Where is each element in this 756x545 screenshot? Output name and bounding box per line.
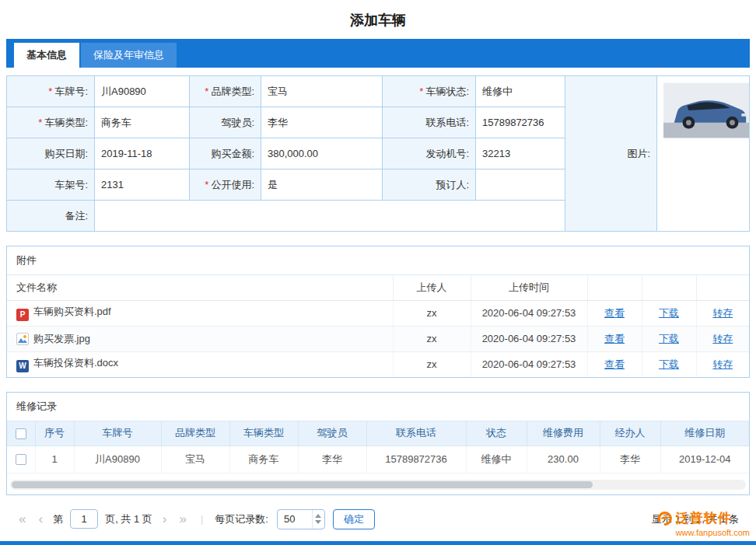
form-field-label: 预订人: bbox=[383, 169, 476, 201]
file-name-cell: P车辆购买资料.pdf bbox=[7, 300, 393, 326]
form-field-label: *车辆状态: bbox=[383, 76, 476, 107]
pager-divider: | bbox=[201, 513, 203, 525]
attachment-row: W车辆投保资料.docx zx 2020-06-04 09:27:53 查看 下… bbox=[7, 351, 749, 377]
vehicle-type-value: 商务车 bbox=[95, 107, 190, 138]
maintenance-section: 维修记录 序号 车牌号 品牌类型 车辆类型 驾驶员 联系电话 状态 维修费用 bbox=[6, 392, 750, 495]
download-link[interactable]: 下载 bbox=[659, 333, 679, 344]
col-vehicle-type: 车辆类型 bbox=[229, 421, 298, 445]
spinner-up-icon[interactable] bbox=[315, 514, 321, 518]
image-field-label: 图片: bbox=[565, 76, 657, 232]
horizontal-scrollbar bbox=[10, 480, 746, 490]
tab-bar: 基本信息 保险及年审信息 bbox=[6, 39, 750, 68]
next-page-button[interactable]: › bbox=[156, 512, 173, 527]
prev-page-button[interactable]: ‹ bbox=[32, 512, 49, 527]
brand-type-value: 宝马 bbox=[261, 76, 383, 107]
col-action bbox=[587, 275, 642, 300]
per-page-value: 50 bbox=[278, 513, 312, 525]
archive-link[interactable]: 转存 bbox=[712, 307, 733, 319]
vehicle-type-cell: 商务车 bbox=[229, 445, 298, 473]
download-link[interactable]: 下载 bbox=[659, 358, 679, 370]
col-seq: 序号 bbox=[35, 421, 74, 445]
maintenance-row: 1 川A90890 宝马 商务车 李华 15789872736 维修中 230.… bbox=[7, 445, 749, 473]
scrollbar-thumb[interactable] bbox=[12, 481, 593, 488]
tab-insurance-annual-info[interactable]: 保险及年审信息 bbox=[81, 43, 177, 68]
uploader-cell: zx bbox=[393, 326, 471, 351]
download-link[interactable]: 下载 bbox=[659, 307, 679, 319]
archive-link[interactable]: 转存 bbox=[712, 333, 733, 344]
view-link[interactable]: 查看 bbox=[604, 358, 625, 370]
attachments-section: 附件 文件名称 上传人 上传时间 P车辆购买资料.pdf zx bbox=[6, 246, 750, 378]
spinner-down-icon[interactable] bbox=[315, 520, 321, 524]
plate-number-value: 川A90890 bbox=[95, 76, 190, 107]
spinner-arrows-icon[interactable] bbox=[312, 510, 324, 529]
form-field-label: *品牌类型: bbox=[190, 76, 261, 107]
reserver-value bbox=[476, 169, 565, 201]
col-handler: 经办人 bbox=[600, 421, 660, 445]
col-repair-date: 维修日期 bbox=[660, 421, 749, 445]
repair-date-cell: 2019-12-04 bbox=[660, 445, 749, 473]
row-checkbox[interactable] bbox=[16, 454, 26, 465]
attachments-title: 附件 bbox=[7, 246, 749, 275]
maintenance-title: 维修记录 bbox=[7, 393, 749, 421]
last-page-button[interactable]: » bbox=[173, 512, 193, 527]
plate-number-cell: 川A90890 bbox=[74, 445, 161, 473]
view-link[interactable]: 查看 bbox=[604, 333, 625, 344]
phone-value: 15789872736 bbox=[476, 107, 565, 138]
word-file-icon: W bbox=[16, 360, 29, 372]
first-page-button[interactable]: « bbox=[12, 512, 32, 527]
seq-cell: 1 bbox=[35, 445, 74, 473]
phone-cell: 15789872736 bbox=[366, 445, 466, 473]
confirm-button[interactable]: 确定 bbox=[333, 509, 375, 529]
uploader-cell: zx bbox=[393, 300, 471, 326]
form-row: *车牌号: 川A90890 *品牌类型: 宝马 *车辆状态: 维修中 图片: bbox=[7, 76, 750, 107]
brand-type-cell: 宝马 bbox=[161, 445, 229, 473]
col-file-name: 文件名称 bbox=[7, 275, 393, 300]
col-repair-cost: 维修费用 bbox=[527, 421, 600, 445]
tab-basic-info[interactable]: 基本信息 bbox=[14, 43, 79, 68]
form-field-label: *公开使用: bbox=[190, 169, 261, 201]
view-link[interactable]: 查看 bbox=[604, 307, 625, 319]
record-summary: 显示 1 到 1, 共 1 条 bbox=[652, 512, 750, 526]
col-phone: 联系电话 bbox=[366, 421, 466, 445]
required-marker: * bbox=[205, 86, 208, 97]
col-plate-number: 车牌号 bbox=[74, 421, 161, 445]
page-title: 添加车辆 bbox=[0, 0, 756, 39]
archive-link[interactable]: 转存 bbox=[712, 358, 733, 370]
col-brand-type: 品牌类型 bbox=[161, 421, 229, 445]
vehicle-photo bbox=[663, 82, 750, 138]
form-field-label: 备注: bbox=[7, 201, 95, 232]
col-driver: 驾驶员 bbox=[298, 421, 366, 445]
purchase-amount-value: 380,000.00 bbox=[261, 138, 383, 169]
form-field-label: 联系电话: bbox=[383, 107, 476, 138]
col-uploader: 上传人 bbox=[393, 275, 471, 300]
col-upload-time: 上传时间 bbox=[471, 275, 587, 300]
vehicle-photo-cell bbox=[657, 76, 750, 232]
select-all-checkbox[interactable] bbox=[16, 428, 26, 439]
col-action bbox=[696, 275, 749, 300]
remark-value bbox=[95, 201, 565, 232]
per-page-select[interactable]: 50 bbox=[277, 509, 325, 529]
handler-cell: 李华 bbox=[600, 445, 660, 473]
col-action bbox=[642, 275, 696, 300]
vehicle-status-value: 维修中 bbox=[476, 76, 565, 107]
page-number-input[interactable] bbox=[70, 509, 98, 529]
file-name-cell: W车辆投保资料.docx bbox=[7, 351, 393, 377]
pdf-file-icon: P bbox=[16, 309, 29, 321]
engine-number-value: 32213 bbox=[476, 138, 565, 169]
form-field-label: 购买日期: bbox=[7, 138, 95, 169]
required-marker: * bbox=[48, 86, 52, 97]
public-use-value: 是 bbox=[261, 169, 383, 201]
maintenance-header-row: 序号 车牌号 品牌类型 车辆类型 驾驶员 联系电话 状态 维修费用 经办人 维修… bbox=[7, 421, 749, 445]
purchase-date-value: 2019-11-18 bbox=[95, 138, 190, 169]
status-cell: 维修中 bbox=[466, 445, 527, 473]
form-field-label: *车辆类型: bbox=[7, 107, 95, 138]
attachment-row: P车辆购买资料.pdf zx 2020-06-04 09:27:53 查看 下载… bbox=[7, 300, 749, 326]
form-field-label: 购买金额: bbox=[190, 138, 261, 169]
frame-number-value: 2131 bbox=[95, 169, 190, 201]
driver-cell: 李华 bbox=[298, 445, 366, 473]
uploader-cell: zx bbox=[393, 351, 471, 377]
attachment-row: 购买发票.jpg zx 2020-06-04 09:27:53 查看 下载 转存 bbox=[7, 326, 749, 351]
bottom-accent-bar bbox=[0, 541, 756, 545]
per-page-label: 每页记录数: bbox=[215, 512, 268, 526]
image-file-icon bbox=[16, 333, 29, 345]
